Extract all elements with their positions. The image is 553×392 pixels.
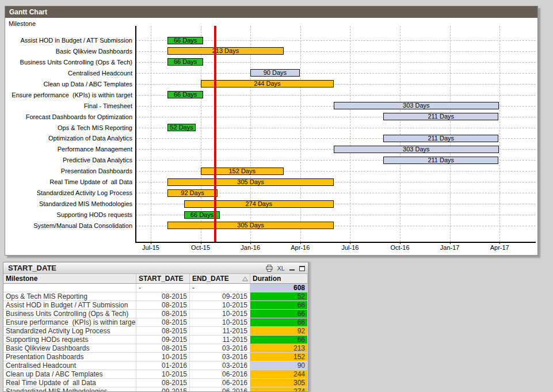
column-header-start_date[interactable]: START_DATE [136, 274, 190, 284]
gantt-row-label[interactable]: Basic Qlikview Dashboards [5, 47, 132, 55]
column-header-duration[interactable]: Duration [250, 274, 308, 284]
gantt-bar[interactable]: 303 Days [334, 102, 499, 109]
gantt-row-label[interactable]: Clean up Data / ABC Templates [5, 80, 132, 88]
duration-cell[interactable]: 92 [250, 327, 308, 336]
end-date-cell[interactable]: 09-2015 [190, 292, 250, 301]
gantt-row-label[interactable]: Supporting HODs requests [5, 211, 132, 219]
milestone-cell[interactable]: Standardized MIS Methodologies [3, 387, 136, 392]
start-date-cell[interactable]: 08-2015 [136, 379, 190, 387]
end-date-cell[interactable]: 03-2016 [190, 353, 250, 361]
column-header-end_date[interactable]: END_DATE [190, 274, 250, 284]
table-title-bar[interactable]: START_DATE XL [3, 262, 308, 274]
gantt-bar[interactable]: 90 Days [250, 69, 299, 77]
gantt-bar[interactable]: 274 Days [184, 200, 334, 208]
total-start-date-cell: - [136, 284, 190, 292]
start-date-cell[interactable]: 08-2015 [136, 292, 190, 301]
gantt-row-label[interactable]: Ops & Tech MIS Reporting [5, 124, 132, 132]
start-date-cell[interactable]: 10-2015 [136, 370, 190, 379]
gantt-bar[interactable]: 211 Days [383, 113, 498, 120]
straight-table-window: START_DATE XL MilestoneSTART_DATEEND_DAT… [3, 262, 308, 392]
gantt-bar[interactable]: 152 Days [201, 168, 284, 175]
duration-cell[interactable]: 90 [250, 361, 308, 370]
duration-cell[interactable]: 152 [250, 353, 308, 361]
milestone-cell[interactable]: Clean up Data / ABC Templates [3, 370, 136, 379]
minimize-icon[interactable] [289, 266, 295, 271]
gantt-axis-tick-label: Apr-16 [282, 244, 319, 251]
end-date-cell[interactable]: 06-2016 [190, 370, 250, 379]
table-row: Assist HOD in Budget / ATT Submission08-… [3, 301, 308, 310]
duration-cell[interactable]: 274 [250, 387, 308, 392]
gantt-row-label[interactable]: Real Time Update of all Data [5, 178, 132, 186]
gantt-row-label[interactable]: System/Manual Data Consolidation [5, 222, 132, 230]
gantt-bar[interactable]: 211 Days [383, 135, 498, 142]
start-date-cell[interactable]: 08-2015 [136, 344, 190, 353]
gantt-row-label[interactable]: Standardized MIS Methodologies [5, 200, 132, 208]
milestone-cell[interactable]: Presentation Dashboards [3, 353, 136, 361]
end-date-cell[interactable]: 10-2015 [190, 318, 250, 327]
duration-cell[interactable]: 213 [250, 344, 308, 353]
start-date-cell[interactable]: 01-2016 [136, 361, 190, 370]
gantt-row-label[interactable]: Business Units Controlling (Ops & Tech) [5, 58, 132, 66]
duration-cell[interactable]: 66 [250, 310, 308, 318]
gantt-bar[interactable]: 305 Days [167, 222, 334, 229]
start-date-cell[interactable]: 08-2015 [136, 301, 190, 310]
milestone-cell[interactable]: Real Time Update of all Data [3, 379, 136, 387]
gantt-row-label[interactable]: Centralised Headcount [5, 69, 132, 77]
end-date-cell[interactable]: 11-2015 [190, 336, 250, 344]
duration-cell[interactable]: 66 [250, 336, 308, 344]
gantt-row-label[interactable]: Standardized Activity Log Process [5, 189, 132, 197]
end-date-cell[interactable]: 06-2016 [190, 379, 250, 387]
end-date-cell[interactable]: 10-2015 [190, 310, 250, 318]
duration-cell[interactable]: 66 [250, 301, 308, 310]
duration-cell[interactable]: 52 [250, 292, 308, 301]
gantt-row-label[interactable]: Ensure performance (KPIs) is within targ… [5, 91, 132, 99]
gantt-bar[interactable]: 66 Days [167, 58, 204, 66]
milestone-cell[interactable]: Ensure performance (KPIs) is within targ… [3, 318, 136, 327]
end-date-cell[interactable]: 11-2015 [190, 327, 250, 336]
gantt-row-label[interactable]: Forecast Dashboards for Optimization [5, 113, 132, 121]
milestone-cell[interactable]: Ops & Tech MIS Reporting [3, 292, 136, 301]
today-marker-line [214, 26, 216, 242]
end-date-cell[interactable]: 06-2016 [190, 387, 250, 392]
start-date-cell[interactable]: 10-2015 [136, 353, 190, 361]
gantt-bar[interactable]: 66 Days [167, 91, 204, 98]
column-header-milestone[interactable]: Milestone [3, 274, 136, 284]
gantt-row-label[interactable]: Final - Timesheet [5, 102, 132, 110]
start-date-cell[interactable]: 09-2015 [136, 387, 190, 392]
gantt-x-axis-line [135, 242, 536, 243]
gantt-row-label[interactable]: Presentation Dashboards [5, 167, 132, 175]
milestone-cell[interactable]: Standardized Activity Log Process [3, 327, 136, 336]
duration-cell[interactable]: 66 [250, 318, 308, 327]
start-date-cell[interactable]: 08-2015 [136, 310, 190, 318]
gantt-bar[interactable]: 52 Days [167, 124, 196, 131]
duration-cell[interactable]: 244 [250, 370, 308, 379]
gantt-bar[interactable]: 213 Days [167, 47, 284, 55]
gantt-bar[interactable]: 92 Days [167, 189, 218, 197]
gantt-row-label[interactable]: Assist HOD in Budget / ATT Submission [5, 36, 132, 44]
milestone-cell[interactable]: Basic Qlikview Dashboards [3, 344, 136, 353]
maximize-icon[interactable] [299, 266, 305, 271]
milestone-cell[interactable]: Business Units Controlling (Ops & Tech) [3, 310, 136, 318]
table-row: Presentation Dashboards10-201503-2016152 [3, 353, 308, 361]
gantt-bar[interactable]: 66 Days [167, 37, 204, 44]
gantt-row-label[interactable]: Predictive Data Analytics [5, 156, 132, 164]
print-icon[interactable] [266, 265, 273, 272]
gantt-bar[interactable]: 211 Days [383, 157, 498, 164]
gantt-row-label[interactable]: Optimization of Data Analytics [5, 134, 132, 142]
milestone-cell[interactable]: Assist HOD in Budget / ATT Submission [3, 301, 136, 310]
gantt-bar[interactable]: 244 Days [201, 80, 334, 87]
start-date-cell[interactable]: 09-2015 [136, 336, 190, 344]
gantt-row-label[interactable]: Performance Management [5, 145, 132, 153]
gantt-bar[interactable]: 303 Days [334, 146, 499, 153]
start-date-cell[interactable]: 08-2015 [136, 318, 190, 327]
end-date-cell[interactable]: 03-2016 [190, 344, 250, 353]
gantt-window-title-bar[interactable]: Gantt Chart [5, 6, 537, 18]
start-date-cell[interactable]: 08-2015 [136, 327, 190, 336]
milestone-cell[interactable]: Centralised Headcount [3, 361, 136, 370]
duration-cell[interactable]: 305 [250, 379, 308, 387]
milestone-cell[interactable]: Supporting HODs requests [3, 336, 136, 344]
gantt-bar[interactable]: 305 Days [167, 178, 334, 186]
excel-export-icon[interactable]: XL [277, 262, 285, 274]
end-date-cell[interactable]: 10-2015 [190, 301, 250, 310]
end-date-cell[interactable]: 03-2016 [190, 361, 250, 370]
